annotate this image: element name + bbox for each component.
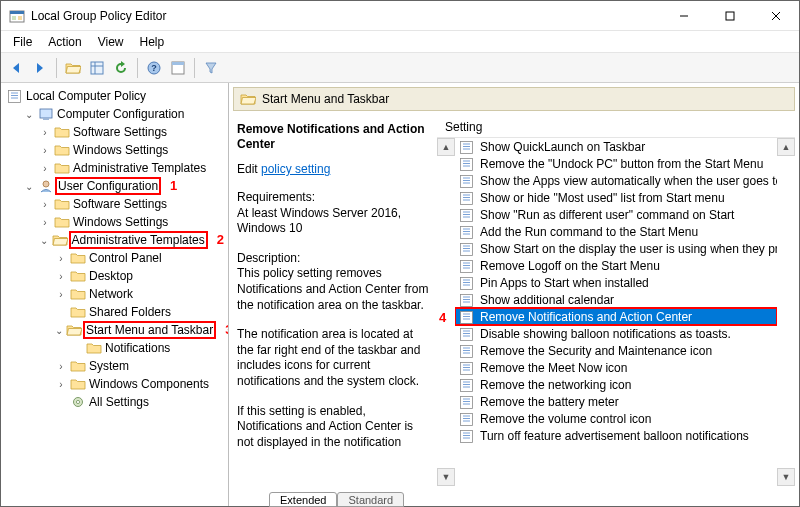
- gear-icon: [70, 395, 86, 409]
- tree-uc-admin-templates[interactable]: ⌄ Administrative Templates 2: [37, 231, 226, 249]
- tree-label: Control Panel: [89, 251, 162, 265]
- tree-cc-admin-templates[interactable]: ›Administrative Templates: [37, 159, 226, 177]
- menu-view[interactable]: View: [90, 33, 132, 51]
- settings-row[interactable]: Pin Apps to Start when installed: [455, 274, 777, 291]
- settings-row[interactable]: Remove the Meet Now icon: [455, 359, 777, 376]
- toolbar-view-icon[interactable]: [167, 57, 189, 79]
- settings-row[interactable]: Show "Run as different user" command on …: [455, 206, 777, 223]
- blank: [55, 307, 67, 318]
- tree-label: Start Menu and Taskbar: [86, 323, 213, 337]
- tree-desktop[interactable]: ›Desktop: [53, 267, 226, 285]
- minimize-button[interactable]: [661, 1, 707, 31]
- tree-label: Windows Settings: [73, 215, 168, 229]
- settings-row[interactable]: 4Remove Notifications and Action Center: [455, 308, 777, 325]
- settings-row-label: Remove the volume control icon: [480, 412, 651, 426]
- toolbar-refresh-icon[interactable]: [110, 57, 132, 79]
- forward-button[interactable]: [29, 57, 51, 79]
- edit-policy-link[interactable]: Edit policy setting: [237, 162, 431, 176]
- settings-row-label: Remove the Security and Maintenance icon: [480, 344, 712, 358]
- expand-icon[interactable]: ›: [39, 127, 51, 138]
- policy-setting-link[interactable]: policy setting: [261, 162, 330, 176]
- tree-start-menu-taskbar[interactable]: ⌄ Start Menu and Taskbar 3: [53, 321, 226, 339]
- maximize-button[interactable]: [707, 1, 753, 31]
- settings-row[interactable]: Remove the volume control icon: [455, 410, 777, 427]
- expand-icon[interactable]: ⌄: [23, 109, 35, 120]
- menu-action[interactable]: Action: [40, 33, 89, 51]
- settings-row[interactable]: Show additional calendar: [455, 291, 777, 308]
- menu-help[interactable]: Help: [132, 33, 173, 51]
- settings-row-label: Remove the Meet Now icon: [480, 361, 627, 375]
- settings-row[interactable]: Show or hide "Most used" list from Start…: [455, 189, 777, 206]
- expand-icon[interactable]: ›: [55, 361, 67, 372]
- scroll-up-icon[interactable]: ▲: [777, 138, 795, 156]
- expand-icon[interactable]: ›: [39, 163, 51, 174]
- settings-row[interactable]: Add the Run command to the Start Menu: [455, 223, 777, 240]
- svg-rect-22: [172, 62, 184, 65]
- expand-icon[interactable]: ›: [39, 217, 51, 228]
- detail-pane: Remove Notifications and Action Center E…: [229, 112, 437, 486]
- tree-label: User Configuration: [58, 179, 158, 193]
- tree-root[interactable]: Local Computer Policy: [5, 87, 226, 105]
- tree-all-settings[interactable]: All Settings: [53, 393, 226, 411]
- toolbar-explorer-icon[interactable]: [62, 57, 84, 79]
- scroll-down-icon[interactable]: ▼: [437, 468, 455, 486]
- requirements-label: Requirements:: [237, 190, 431, 206]
- settings-row[interactable]: Remove the battery meter: [455, 393, 777, 410]
- app-icon: [9, 8, 25, 24]
- tree-computer-configuration[interactable]: ⌄ Computer Configuration: [21, 105, 226, 123]
- settings-row[interactable]: Disable showing balloon notifications as…: [455, 325, 777, 342]
- expand-icon[interactable]: ›: [55, 271, 67, 282]
- breadcrumb-label: Start Menu and Taskbar: [262, 92, 389, 106]
- tree-notifications[interactable]: Notifications: [69, 339, 226, 357]
- settings-row[interactable]: Remove the Security and Maintenance icon: [455, 342, 777, 359]
- settings-list[interactable]: Show QuickLaunch on TaskbarRemove the "U…: [455, 138, 777, 486]
- settings-row[interactable]: Turn off feature advertisement balloon n…: [455, 427, 777, 444]
- menubar: File Action View Help: [1, 31, 799, 53]
- tree-cc-windows-settings[interactable]: ›Windows Settings: [37, 141, 226, 159]
- tree-cc-software-settings[interactable]: ›Software Settings: [37, 123, 226, 141]
- tree-pane[interactable]: Local Computer Policy ⌄ Computer Configu…: [1, 83, 229, 506]
- expand-icon[interactable]: ›: [39, 199, 51, 210]
- description-p1: This policy setting removes Notification…: [237, 266, 431, 313]
- expand-icon[interactable]: ⌄: [39, 235, 49, 246]
- settings-row[interactable]: Remove the "Undock PC" button from the S…: [455, 155, 777, 172]
- settings-row[interactable]: Remove the networking icon: [455, 376, 777, 393]
- settings-row-label: Show additional calendar: [480, 293, 614, 307]
- tree-label: Administrative Templates: [72, 233, 205, 247]
- tab-extended[interactable]: Extended: [269, 492, 337, 507]
- tree-control-panel[interactable]: ›Control Panel: [53, 249, 226, 267]
- tree-shared-folders[interactable]: Shared Folders: [53, 303, 226, 321]
- svg-rect-16: [91, 62, 103, 74]
- tab-standard[interactable]: Standard: [337, 492, 404, 507]
- expand-icon[interactable]: ›: [55, 379, 67, 390]
- back-button[interactable]: [5, 57, 27, 79]
- toolbar-details-icon[interactable]: [86, 57, 108, 79]
- tree-network[interactable]: ›Network: [53, 285, 226, 303]
- close-button[interactable]: [753, 1, 799, 31]
- expand-icon[interactable]: ›: [55, 253, 67, 264]
- toolbar-filter-icon[interactable]: [200, 57, 222, 79]
- tree-windows-components[interactable]: ›Windows Components: [53, 375, 226, 393]
- tree-uc-software-settings[interactable]: ›Software Settings: [37, 195, 226, 213]
- scroll-up-icon[interactable]: ▲: [437, 138, 455, 156]
- menu-file[interactable]: File: [5, 33, 40, 51]
- expand-icon[interactable]: ⌄: [23, 181, 35, 192]
- scrollbar-right[interactable]: ▲ ▼: [777, 138, 795, 486]
- settings-row[interactable]: Show Start on the display the user is us…: [455, 240, 777, 257]
- expand-icon[interactable]: ›: [39, 145, 51, 156]
- settings-row[interactable]: Show the Apps view automatically when th…: [455, 172, 777, 189]
- settings-row-label: Disable showing balloon notifications as…: [480, 327, 731, 341]
- column-header-setting[interactable]: Setting: [437, 118, 795, 138]
- settings-row[interactable]: Remove Logoff on the Start Menu: [455, 257, 777, 274]
- expand-icon[interactable]: ›: [55, 289, 67, 300]
- tree-uc-windows-settings[interactable]: ›Windows Settings: [37, 213, 226, 231]
- toolbar-help-icon[interactable]: ?: [143, 57, 165, 79]
- expand-icon[interactable]: ⌄: [55, 325, 63, 336]
- tree-user-configuration[interactable]: ⌄ User Configuration 1: [21, 177, 226, 195]
- settings-row[interactable]: Show QuickLaunch on Taskbar: [455, 138, 777, 155]
- settings-row-label: Show QuickLaunch on Taskbar: [480, 140, 645, 154]
- description-label: Description:: [237, 251, 431, 267]
- folder-icon: [86, 341, 102, 355]
- tree-system[interactable]: ›System: [53, 357, 226, 375]
- scroll-down-icon[interactable]: ▼: [777, 468, 795, 486]
